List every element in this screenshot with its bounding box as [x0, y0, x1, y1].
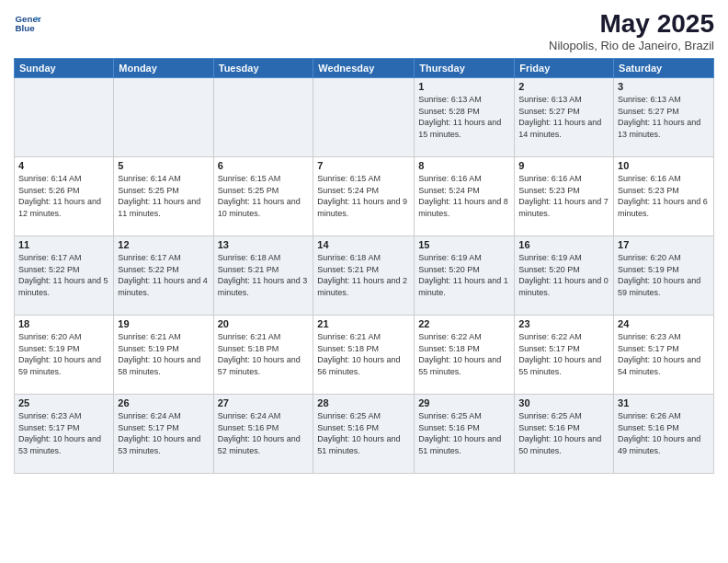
calendar-cell-0-6: 3Sunrise: 6:13 AM Sunset: 5:27 PM Daylig…: [614, 78, 714, 157]
day-number: 8: [418, 160, 510, 171]
calendar-cell-3-2: 20Sunrise: 6:21 AM Sunset: 5:18 PM Dayli…: [213, 316, 313, 395]
day-info: Sunrise: 6:20 AM Sunset: 5:19 PM Dayligh…: [18, 331, 109, 377]
calendar-subtitle: Nilopolis, Rio de Janeiro, Brazil: [549, 39, 714, 52]
calendar-cell-3-1: 19Sunrise: 6:21 AM Sunset: 5:19 PM Dayli…: [114, 316, 213, 395]
calendar-cell-0-0: [15, 78, 114, 157]
day-number: 25: [18, 397, 109, 408]
day-number: 12: [118, 239, 209, 250]
svg-text:Blue: Blue: [16, 23, 36, 33]
calendar-cell-2-0: 11Sunrise: 6:17 AM Sunset: 5:22 PM Dayli…: [15, 236, 114, 316]
day-info: Sunrise: 6:19 AM Sunset: 5:20 PM Dayligh…: [418, 252, 510, 298]
weekday-header-row: Sunday Monday Tuesday Wednesday Thursday…: [15, 59, 714, 78]
day-info: Sunrise: 6:13 AM Sunset: 5:27 PM Dayligh…: [618, 94, 710, 140]
header-thursday: Thursday: [415, 59, 515, 78]
day-info: Sunrise: 6:23 AM Sunset: 5:17 PM Dayligh…: [18, 410, 109, 456]
calendar-cell-0-4: 1Sunrise: 6:13 AM Sunset: 5:28 PM Daylig…: [415, 78, 515, 157]
day-info: Sunrise: 6:18 AM Sunset: 5:21 PM Dayligh…: [218, 252, 310, 298]
day-info: Sunrise: 6:24 AM Sunset: 5:16 PM Dayligh…: [218, 410, 310, 456]
calendar-cell-1-4: 8Sunrise: 6:16 AM Sunset: 5:24 PM Daylig…: [415, 157, 515, 236]
day-number: 2: [518, 81, 609, 92]
day-number: 6: [218, 160, 310, 171]
calendar-cell-2-6: 17Sunrise: 6:20 AM Sunset: 5:19 PM Dayli…: [614, 236, 714, 316]
day-number: 16: [518, 239, 609, 250]
day-number: 28: [317, 397, 410, 408]
day-info: Sunrise: 6:25 AM Sunset: 5:16 PM Dayligh…: [418, 410, 510, 456]
day-number: 7: [317, 160, 410, 171]
calendar-cell-4-6: 31Sunrise: 6:26 AM Sunset: 5:16 PM Dayli…: [614, 395, 714, 474]
calendar-cell-1-2: 6Sunrise: 6:15 AM Sunset: 5:25 PM Daylig…: [213, 157, 313, 236]
calendar-cell-0-3: [313, 78, 415, 157]
calendar-cell-0-5: 2Sunrise: 6:13 AM Sunset: 5:27 PM Daylig…: [515, 78, 614, 157]
day-number: 27: [218, 397, 310, 408]
calendar-cell-0-1: [114, 78, 213, 157]
calendar-table: Sunday Monday Tuesday Wednesday Thursday…: [14, 58, 714, 474]
week-row-2: 4Sunrise: 6:14 AM Sunset: 5:26 PM Daylig…: [15, 157, 714, 236]
calendar-cell-3-3: 21Sunrise: 6:21 AM Sunset: 5:18 PM Dayli…: [313, 316, 415, 395]
day-number: 13: [218, 239, 310, 250]
calendar-cell-1-3: 7Sunrise: 6:15 AM Sunset: 5:24 PM Daylig…: [313, 157, 415, 236]
day-info: Sunrise: 6:23 AM Sunset: 5:17 PM Dayligh…: [618, 331, 710, 377]
calendar-cell-3-5: 23Sunrise: 6:22 AM Sunset: 5:17 PM Dayli…: [515, 316, 614, 395]
day-info: Sunrise: 6:16 AM Sunset: 5:23 PM Dayligh…: [518, 173, 609, 219]
week-row-3: 11Sunrise: 6:17 AM Sunset: 5:22 PM Dayli…: [15, 236, 714, 316]
calendar-cell-2-3: 14Sunrise: 6:18 AM Sunset: 5:21 PM Dayli…: [313, 236, 415, 316]
logo: General Blue: [14, 9, 41, 37]
calendar-cell-4-1: 26Sunrise: 6:24 AM Sunset: 5:17 PM Dayli…: [114, 395, 213, 474]
page-container: General Blue May 2025 Nilopolis, Rio de …: [0, 0, 728, 563]
header-monday: Monday: [114, 59, 213, 78]
header-saturday: Saturday: [614, 59, 714, 78]
day-number: 5: [118, 160, 209, 171]
calendar-cell-2-5: 16Sunrise: 6:19 AM Sunset: 5:20 PM Dayli…: [515, 236, 614, 316]
day-info: Sunrise: 6:19 AM Sunset: 5:20 PM Dayligh…: [518, 252, 609, 298]
calendar-cell-1-1: 5Sunrise: 6:14 AM Sunset: 5:25 PM Daylig…: [114, 157, 213, 236]
day-number: 22: [418, 318, 510, 329]
day-info: Sunrise: 6:16 AM Sunset: 5:24 PM Dayligh…: [418, 173, 510, 219]
day-number: 14: [317, 239, 410, 250]
day-number: 18: [18, 318, 109, 329]
day-number: 24: [618, 318, 710, 329]
day-info: Sunrise: 6:26 AM Sunset: 5:16 PM Dayligh…: [618, 410, 710, 456]
day-info: Sunrise: 6:24 AM Sunset: 5:17 PM Dayligh…: [118, 410, 209, 456]
header-sunday: Sunday: [15, 59, 114, 78]
day-info: Sunrise: 6:25 AM Sunset: 5:16 PM Dayligh…: [518, 410, 609, 456]
calendar-title: May 2025: [549, 9, 714, 39]
day-info: Sunrise: 6:22 AM Sunset: 5:17 PM Dayligh…: [518, 331, 609, 377]
calendar-cell-2-2: 13Sunrise: 6:18 AM Sunset: 5:21 PM Dayli…: [213, 236, 313, 316]
day-number: 1: [418, 81, 510, 92]
calendar-cell-4-4: 29Sunrise: 6:25 AM Sunset: 5:16 PM Dayli…: [415, 395, 515, 474]
day-info: Sunrise: 6:13 AM Sunset: 5:28 PM Dayligh…: [418, 94, 510, 140]
calendar-cell-3-0: 18Sunrise: 6:20 AM Sunset: 5:19 PM Dayli…: [15, 316, 114, 395]
day-number: 4: [18, 160, 109, 171]
day-info: Sunrise: 6:21 AM Sunset: 5:18 PM Dayligh…: [218, 331, 310, 377]
calendar-cell-0-2: [213, 78, 313, 157]
day-info: Sunrise: 6:14 AM Sunset: 5:26 PM Dayligh…: [18, 173, 109, 219]
calendar-cell-2-4: 15Sunrise: 6:19 AM Sunset: 5:20 PM Dayli…: [415, 236, 515, 316]
day-info: Sunrise: 6:21 AM Sunset: 5:18 PM Dayligh…: [317, 331, 410, 377]
day-number: 10: [618, 160, 710, 171]
day-info: Sunrise: 6:20 AM Sunset: 5:19 PM Dayligh…: [618, 252, 710, 298]
day-number: 11: [18, 239, 109, 250]
day-number: 23: [518, 318, 609, 329]
calendar-cell-4-2: 27Sunrise: 6:24 AM Sunset: 5:16 PM Dayli…: [213, 395, 313, 474]
day-number: 29: [418, 397, 510, 408]
week-row-5: 25Sunrise: 6:23 AM Sunset: 5:17 PM Dayli…: [15, 395, 714, 474]
day-info: Sunrise: 6:17 AM Sunset: 5:22 PM Dayligh…: [118, 252, 209, 298]
day-number: 3: [618, 81, 710, 92]
calendar-cell-4-5: 30Sunrise: 6:25 AM Sunset: 5:16 PM Dayli…: [515, 395, 614, 474]
day-info: Sunrise: 6:15 AM Sunset: 5:25 PM Dayligh…: [218, 173, 310, 219]
day-info: Sunrise: 6:13 AM Sunset: 5:27 PM Dayligh…: [518, 94, 609, 140]
week-row-1: 1Sunrise: 6:13 AM Sunset: 5:28 PM Daylig…: [15, 78, 714, 157]
day-number: 20: [218, 318, 310, 329]
day-info: Sunrise: 6:14 AM Sunset: 5:25 PM Dayligh…: [118, 173, 209, 219]
header-friday: Friday: [515, 59, 614, 78]
calendar-cell-1-6: 10Sunrise: 6:16 AM Sunset: 5:23 PM Dayli…: [614, 157, 714, 236]
day-number: 9: [518, 160, 609, 171]
day-info: Sunrise: 6:16 AM Sunset: 5:23 PM Dayligh…: [618, 173, 710, 219]
logo-icon: General Blue: [14, 9, 41, 37]
calendar-cell-4-3: 28Sunrise: 6:25 AM Sunset: 5:16 PM Dayli…: [313, 395, 415, 474]
day-number: 31: [618, 397, 710, 408]
day-number: 17: [618, 239, 710, 250]
header: General Blue May 2025 Nilopolis, Rio de …: [14, 9, 714, 52]
day-info: Sunrise: 6:22 AM Sunset: 5:18 PM Dayligh…: [418, 331, 510, 377]
calendar-cell-4-0: 25Sunrise: 6:23 AM Sunset: 5:17 PM Dayli…: [15, 395, 114, 474]
